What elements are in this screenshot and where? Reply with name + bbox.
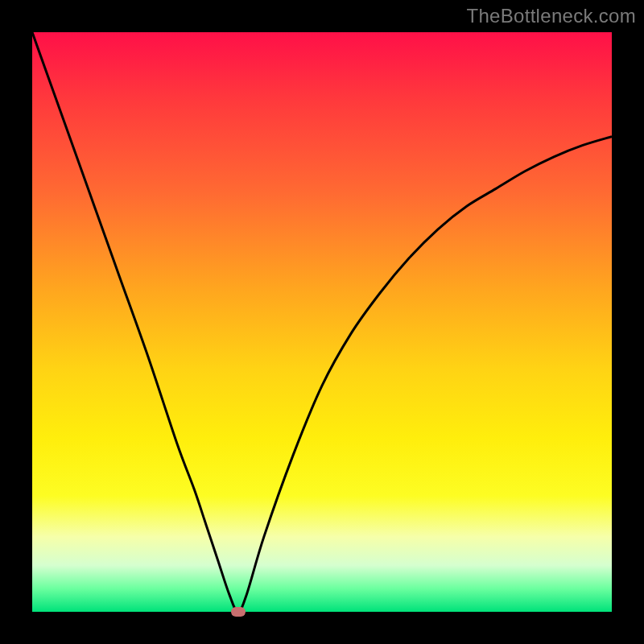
optimal-point-marker — [231, 607, 246, 617]
curve-path — [32, 32, 612, 612]
watermark-text: TheBottleneck.com — [466, 5, 636, 27]
plot-area — [32, 32, 612, 612]
bottleneck-curve — [32, 32, 612, 612]
chart-frame: TheBottleneck.com — [0, 0, 644, 644]
